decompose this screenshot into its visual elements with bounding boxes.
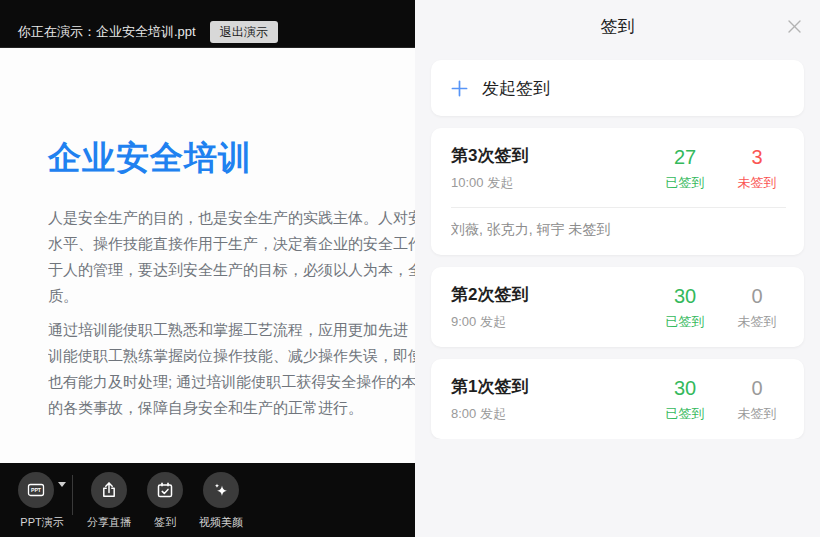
session-time: 10:00 发起: [451, 174, 656, 192]
session-title: 第3次签到: [451, 144, 656, 167]
meeting-toolbar: PPT PPT演示 分享直播: [0, 463, 415, 537]
checkin-session-card[interactable]: 第2次签到 9:00 发起 30 已签到 0 未签到: [431, 267, 804, 347]
signed-count: 30: [656, 377, 714, 400]
close-icon[interactable]: [784, 16, 804, 36]
signed-label: 已签到: [656, 313, 714, 331]
signed-stat: 27 已签到: [656, 146, 714, 192]
slide-text-line: 于人的管理，要达到安全生产的目标，必须以人为本，全: [48, 257, 415, 283]
absent-names-note: 刘薇, 张克力, 轲宇 未签到: [451, 207, 786, 239]
slide-title: 企业安全培训: [48, 136, 415, 181]
plus-icon: [451, 80, 468, 97]
unsigned-label: 未签到: [728, 405, 786, 423]
unsigned-label: 未签到: [728, 174, 786, 192]
slide-text-line: 人是安全生产的目的，也是安全生产的实践主体。人对安: [48, 205, 415, 231]
exit-presentation-button[interactable]: 退出演示: [210, 21, 278, 43]
toolbar-divider: [72, 475, 73, 515]
ppt-icon-badge: PPT: [31, 487, 42, 493]
slide-text-line: 训能使职工熟练掌握岗位操作技能、减少操作失误，即使: [48, 343, 415, 369]
presenting-bar: 你正在演示：企业安全培训.ppt 退出演示: [0, 0, 415, 48]
presenting-label: 你正在演示：企业安全培训.ppt: [18, 23, 196, 41]
unsigned-stat: 0 未签到: [728, 377, 786, 423]
session-title: 第2次签到: [451, 283, 656, 306]
toolbar-item-label: PPT演示: [20, 515, 63, 530]
slide-text-line: 通过培训能使职工熟悉和掌握工艺流程，应用更加先进: [48, 317, 415, 343]
beauty-sparkle-icon: [211, 480, 231, 500]
slide-text-line: 的各类事故，保障自身安全和生产的正常进行。: [48, 395, 415, 421]
toolbar-item-label: 签到: [154, 515, 176, 530]
slide-text-line: 水平、操作技能直接作用于生产，决定着企业的安全工作: [48, 231, 415, 257]
session-time: 8:00 发起: [451, 405, 656, 423]
unsigned-stat: 3 未签到: [728, 146, 786, 192]
toolbar-item-share-live[interactable]: 分享直播: [81, 472, 137, 530]
toolbar-item-checkin[interactable]: 签到: [137, 472, 193, 530]
chevron-down-icon[interactable]: [58, 482, 66, 487]
unsigned-count: 3: [728, 146, 786, 169]
unsigned-count: 0: [728, 377, 786, 400]
unsigned-stat: 0 未签到: [728, 285, 786, 331]
unsigned-label: 未签到: [728, 313, 786, 331]
toolbar-item-label: 分享直播: [87, 515, 131, 530]
start-checkin-button[interactable]: 发起签到: [431, 60, 804, 116]
toolbar-item-beauty[interactable]: 视频美颜: [193, 472, 249, 530]
toolbar-item-label: 视频美颜: [199, 515, 243, 530]
unsigned-count: 0: [728, 285, 786, 308]
checkin-session-card[interactable]: 第1次签到 8:00 发起 30 已签到 0 未签到: [431, 359, 804, 439]
slide-paragraph-1: 人是安全生产的目的，也是安全生产的实践主体。人对安 水平、操作技能直接作用于生产…: [48, 205, 415, 309]
checkin-session-card[interactable]: 第3次签到 10:00 发起 27 已签到 3 未签到 刘薇, 张克力, 轲宇 …: [431, 128, 804, 255]
checkin-panel-body: 发起签到 第3次签到 10:00 发起 27 已签到 3 未签到: [415, 52, 820, 439]
slide-paragraph-2: 通过培训能使职工熟悉和掌握工艺流程，应用更加先进 训能使职工熟练掌握岗位操作技能…: [48, 317, 415, 421]
signed-count: 27: [656, 146, 714, 169]
signed-count: 30: [656, 285, 714, 308]
presentation-stage: 你正在演示：企业安全培训.ppt 退出演示 企业安全培训 人是安全生产的目的，也…: [0, 0, 415, 537]
signed-stat: 30 已签到: [656, 377, 714, 423]
signed-label: 已签到: [656, 405, 714, 423]
signed-stat: 30 已签到: [656, 285, 714, 331]
checkin-panel-header: 签到: [415, 0, 820, 52]
checkin-calendar-icon: [155, 480, 175, 500]
share-live-icon: [99, 480, 119, 500]
toolbar-item-ppt[interactable]: PPT PPT演示: [14, 472, 70, 530]
panel-title: 签到: [601, 15, 635, 38]
slide-text-line: 也有能力及时处理; 通过培训能使职工获得安全操作的本: [48, 369, 415, 395]
signed-label: 已签到: [656, 174, 714, 192]
session-time: 9:00 发起: [451, 313, 656, 331]
slide-canvas: 企业安全培训 人是安全生产的目的，也是安全生产的实践主体。人对安 水平、操作技能…: [0, 48, 415, 463]
ppt-icon: PPT: [26, 480, 46, 500]
session-title: 第1次签到: [451, 375, 656, 398]
start-checkin-label: 发起签到: [482, 77, 550, 100]
slide-text-line: 质。: [48, 283, 415, 309]
checkin-panel: 签到 发起签到 第3次签到 10:00 发起 27: [415, 0, 820, 537]
